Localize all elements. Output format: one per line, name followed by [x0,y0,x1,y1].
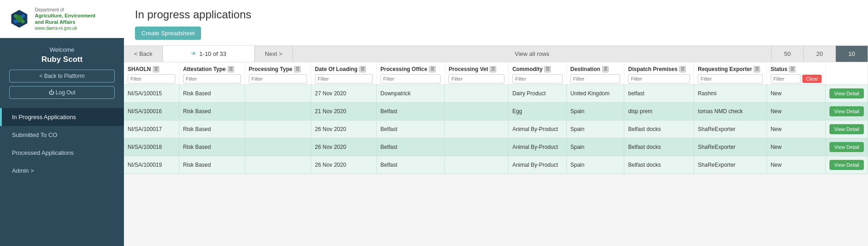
exporter-filter-input[interactable] [698,74,762,83]
cell-0: NI/SA/100019 [124,156,179,174]
table-row: NI/SA/100018Risk Based26 Nov 2020Belfast… [124,138,868,156]
proc-office-filter-icon[interactable]: ☰ [429,66,436,72]
attestation-filter-icon[interactable]: ☰ [228,66,234,72]
dispatch-filter-input[interactable] [628,74,690,83]
sidebar-item-submitted-co[interactable]: Submitted To CO [0,126,124,144]
sidebar-item-processed[interactable]: Processed Applications [0,144,124,162]
table-body: NI/SA/100015Risk Based27 Nov 2020Downpat… [124,85,868,174]
commodity-filter-input[interactable] [512,74,562,83]
logo-text: Department of Agriculture, Environmentan… [35,7,95,31]
cell-8: belfast [624,85,694,103]
cell-2 [245,85,311,103]
th-processing-vet: Processing Vet ☰ [445,62,509,85]
view-detail-button[interactable]: View Detail [829,106,864,116]
view-detail-button[interactable]: View Detail [829,88,864,98]
table-row: NI/SA/100019Risk Based26 Nov 2020Belfast… [124,156,868,174]
svg-point-4 [14,20,17,23]
proc-type-filter-input[interactable] [249,74,307,83]
logo-url: www.daera-ni.gov.uk [35,26,95,31]
shaoln-filter-icon[interactable]: ☰ [153,66,159,72]
commodity-filter-icon[interactable]: ☰ [544,66,551,72]
dispatch-filter-icon[interactable]: ☰ [679,66,686,72]
cell-10: New [767,120,825,138]
status-filter-input[interactable] [771,74,801,83]
th-destination: Destination ☰ [566,62,624,85]
applications-table: SHAOLN ☰ Attestation Type ☰ [124,62,868,174]
back-to-platform-button[interactable]: < Back to Platform [9,70,115,82]
exporter-filter-icon[interactable]: ☰ [754,66,760,72]
destination-filter-icon[interactable]: ☰ [602,66,609,72]
cell-3: 26 Nov 2020 [311,156,377,174]
date-filter-icon[interactable]: ☰ [359,66,366,72]
cell-5 [445,85,509,103]
cell-10: New [767,156,825,174]
cell-8: Belfast docks [624,138,694,156]
svg-point-5 [21,20,25,23]
shaoln-filter-input[interactable] [128,74,175,83]
page-size-50[interactable]: 50 [772,46,804,62]
sidebar-item-admin[interactable]: Admin > [0,162,124,180]
cell-2 [245,138,311,156]
view-detail-button[interactable]: View Detail [829,142,864,152]
cell-1: Risk Based [179,120,245,138]
cell-7: Spain [566,103,624,120]
log-out-button[interactable]: ⏻ Log Out [9,86,115,99]
proc-vet-filter-icon[interactable]: ☰ [490,66,496,72]
view-detail-button[interactable]: View Detail [829,160,864,170]
attestation-filter-input[interactable] [183,74,241,83]
logo-area: Department of Agriculture, Environmentan… [0,0,124,38]
cell-9: ShaReExporter [694,156,767,174]
proc-vet-filter-input[interactable] [448,74,504,83]
username-label: Ruby Scott [41,55,83,64]
th-commodity: Commodity ☰ [509,62,566,85]
th-processing-type: Processing Type ☰ [245,62,311,85]
destination-filter-input[interactable] [571,74,621,83]
cell-5 [445,156,509,174]
page-size-20[interactable]: 20 [804,46,836,62]
cell-0: NI/SA/100015 [124,85,179,103]
view-all-rows-button[interactable]: View all rows [293,46,772,62]
th-processing-office: Processing Office ☰ [376,62,445,85]
cell-8: disp prem [624,103,694,120]
cell-action: View Detail [826,120,868,138]
cell-1: Risk Based [179,138,245,156]
main-content: In progress applications Create Spreadsh… [124,0,868,246]
next-button[interactable]: Next > [255,46,293,62]
cell-6: Animal By-Product [509,156,566,174]
create-spreadsheet-button[interactable]: Create Spreadsheet [135,27,201,40]
clear-button[interactable]: Clear [802,75,822,83]
cell-6: Animal By-Product [509,120,566,138]
status-filter-icon[interactable]: ☰ [789,66,795,72]
table-row: NI/SA/100016Risk Based21 Nov 2020Belfast… [124,103,868,120]
cell-2 [245,156,311,174]
date-filter-input[interactable] [315,74,373,83]
cell-0: NI/SA/100017 [124,120,179,138]
cell-8: Belfast docks [624,156,694,174]
cell-5 [445,120,509,138]
th-status: Status ☰ Clear [767,62,825,85]
table-container: SHAOLN ☰ Attestation Type ☰ [124,62,868,246]
cell-9: tomas NMD check [694,103,767,120]
welcome-label: Welcome [50,46,74,53]
cell-5 [445,103,509,120]
back-button[interactable]: < Back [124,46,163,62]
th-date-of-loading: Date Of Loading ☰ [311,62,377,85]
cell-3: 27 Nov 2020 [311,85,377,103]
cell-0: NI/SA/100018 [124,138,179,156]
proc-type-filter-icon[interactable]: ☰ [294,66,301,72]
cell-action: View Detail [826,85,868,103]
view-detail-button[interactable]: View Detail [829,124,864,134]
cell-7: Spain [566,120,624,138]
cell-9: ShaReExporter [694,120,767,138]
sidebar-item-in-progress[interactable]: In Progress Applications [0,108,124,126]
table-header-row: SHAOLN ☰ Attestation Type ☰ [124,62,868,85]
page-size-10[interactable]: 10 [836,46,868,62]
pagination-current: 👁 1-10 of 33 [163,46,255,62]
cell-action: View Detail [826,156,868,174]
page-title: In progress applications [135,8,857,21]
cell-2 [245,120,311,138]
proc-office-filter-input[interactable] [381,74,441,83]
th-actions [826,62,868,85]
cell-7: United Kingdom [566,85,624,103]
cell-1: Risk Based [179,103,245,120]
